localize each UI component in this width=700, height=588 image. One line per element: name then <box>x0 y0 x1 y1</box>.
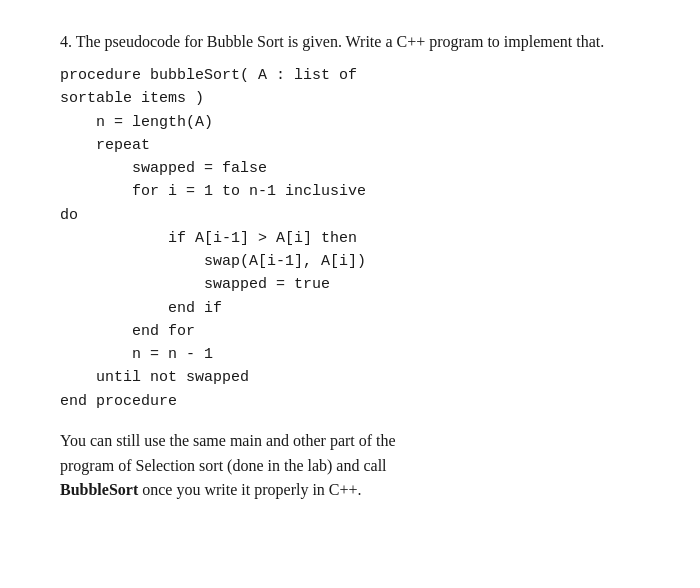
question-intro-text: The pseudocode for Bubble Sort is given.… <box>76 33 605 50</box>
description-paragraph: You can still use the same main and othe… <box>60 429 660 503</box>
pseudocode-block: procedure bubbleSort( A : list of sortab… <box>60 64 660 413</box>
question-intro: 4. The pseudocode for Bubble Sort is giv… <box>60 30 660 54</box>
question-number: 4. <box>60 33 72 50</box>
bubblesort-bold: BubbleSort <box>60 481 138 498</box>
description-line1: You can still use the same main and othe… <box>60 432 396 499</box>
